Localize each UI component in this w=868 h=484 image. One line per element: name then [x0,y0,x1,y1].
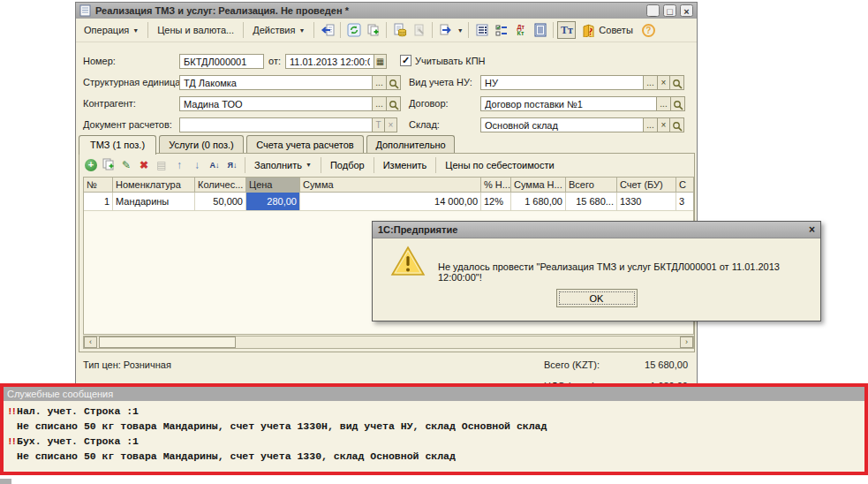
date-input[interactable] [285,54,374,69]
cell-price-selected[interactable]: 280,00 [246,193,300,211]
settings-list-icon[interactable] [492,21,510,39]
edit-row-icon[interactable]: ✎ [118,157,134,172]
counterparty-select-button[interactable]: ... [372,96,387,111]
window-titlebar[interactable]: Реализация ТМЗ и услуг: Реализация. Не п… [76,3,697,19]
nu-kind-clear-icon[interactable]: × [657,75,670,90]
warehouse-open-icon[interactable] [669,117,684,132]
sort-asc-icon[interactable]: А↓ [207,157,223,172]
delete-row-icon[interactable]: ✖ [136,157,152,172]
column-header-nomenclature[interactable]: Номенклатура [113,178,195,193]
cell-total[interactable]: 15 680... [566,193,617,211]
nu-kind-input[interactable] [480,75,644,90]
scrollbar-thumb[interactable] [99,337,236,348]
tab-additional[interactable]: Дополнительно [366,135,455,154]
warehouse-select-button[interactable]: ... [643,117,658,132]
column-header-account-bu[interactable]: Счет (БУ) [617,178,676,193]
column-header-price[interactable]: Цена [246,178,300,193]
journal-icon[interactable] [531,21,549,39]
column-header-quantity[interactable]: Количес... [195,178,246,193]
add-row-icon[interactable]: + [83,157,99,172]
cost-prices-button[interactable]: Цены по себестоимости [441,158,558,172]
counterparty-open-icon[interactable] [386,96,401,111]
dialog-message: Не удалось провести "Реализация ТМЗ и ус… [438,261,811,283]
maximize-icon[interactable]: □ [663,4,676,17]
cell-number[interactable]: 1 [84,193,113,211]
number-input[interactable] [179,54,264,69]
operation-menu-button[interactable]: Операция ▼ [79,22,144,38]
calendar-icon[interactable]: ▦ [374,54,387,69]
error-dialog: 1С:Предприятие × Не удалось провести "Ре… [372,221,821,321]
cell-account-bu[interactable]: 1330 [617,193,676,211]
tab-services[interactable]: Услуги (0 поз.) [159,135,244,154]
advice-button[interactable]: Советы [577,21,638,40]
help-icon[interactable]: ? [639,21,658,39]
structural-unit-open-icon[interactable] [386,75,401,90]
settlement-doc-clear-icon[interactable]: × [384,117,397,132]
message-line[interactable]: !! Бух. учет. Строка :1 [5,434,863,449]
sort-desc-icon[interactable]: Я↓ [224,157,240,172]
cell-nomenclature[interactable]: Мандарины [113,193,195,211]
cell-clipped[interactable]: 3 [676,193,694,211]
cell-vat-percent[interactable]: 12% [481,193,511,211]
move-down-icon[interactable]: ↓ [189,157,205,172]
cell-quantity[interactable]: 50,000 [195,193,246,211]
copy-document-icon[interactable] [364,21,382,39]
close-icon[interactable]: × [680,4,693,17]
write-document-icon[interactable] [318,21,336,39]
toolbar-separator [313,22,314,38]
copy-row-icon[interactable] [101,157,117,172]
message-line[interactable]: Не списано 50 кг товара Мандарины, счет … [5,449,863,464]
contract-input[interactable] [480,96,657,111]
navigate-icon[interactable] [436,21,455,39]
kpn-label: Учитывать КПН [415,56,486,66]
warehouse-clear-icon[interactable]: × [657,117,670,132]
selection-button[interactable]: Подбор [326,158,369,172]
actions-menu-button[interactable]: Действия ▼ [247,22,310,38]
chevron-down-icon: ▼ [132,27,139,34]
refresh-icon[interactable] [344,21,363,39]
structural-unit-input[interactable] [179,75,373,90]
counterparty-input[interactable] [179,96,373,111]
dialog-close-icon[interactable]: × [809,223,815,236]
column-header-sum[interactable]: Сумма [300,178,481,193]
settlement-doc-type-button[interactable]: Т [372,117,385,132]
format-toggle-icon[interactable]: Тт [557,21,576,39]
navigate-dropdown-icon[interactable]: ▼ [456,21,464,39]
tab-tmz[interactable]: ТМЗ (1 поз.) [79,135,156,155]
kpn-checkbox[interactable]: ✓ [400,55,411,66]
post-document-icon[interactable] [390,21,409,39]
column-header-number[interactable]: № [84,178,113,193]
date-label: от: [268,56,281,66]
contract-select-button[interactable]: ... [656,96,671,111]
dialog-titlebar[interactable]: 1С:Предприятие × [373,222,820,238]
ok-button[interactable]: OK [556,289,638,307]
scroll-left-icon[interactable]: ‹ [84,337,97,348]
structural-unit-select-button[interactable]: ... [372,75,387,90]
unpost-document-icon[interactable] [410,21,428,39]
nu-kind-open-icon[interactable] [669,75,684,90]
warehouse-input[interactable] [480,117,644,132]
move-up-icon[interactable]: ↑ [171,157,187,172]
toolbar-separator [432,22,433,38]
message-line[interactable]: !! Нал. учет. Строка :1 [5,404,863,419]
column-header-vat-percent[interactable]: % Н... [481,178,511,193]
nu-kind-select-button[interactable]: ... [643,75,658,90]
settlement-doc-input[interactable] [179,117,373,132]
tab-settlement-accounts[interactable]: Счета учета расчетов [246,135,364,154]
column-header-clipped[interactable]: С [676,178,694,193]
fill-menu-button[interactable]: Заполнить ▼ [250,158,316,172]
cell-vat-sum[interactable]: 1 680,00 [511,193,566,211]
scroll-right-icon[interactable]: › [680,337,693,348]
minimize-icon[interactable]: _ [646,4,660,17]
contract-open-icon[interactable] [670,96,685,111]
finish-edit-icon[interactable]: ▤ [154,157,170,172]
prices-currency-button[interactable]: Цены и валюта... [152,22,239,38]
dt-kt-icon[interactable]: Дт Кт [511,21,530,39]
subordination-structure-icon[interactable] [472,21,491,39]
column-header-total[interactable]: Всего [566,178,617,193]
message-line[interactable]: Не списано 50 кг товара Мандарины, счет … [5,419,863,434]
column-header-vat-sum[interactable]: Сумма Н... [511,178,566,193]
cell-sum[interactable]: 14 000,00 [300,193,481,211]
change-button[interactable]: Изменить [379,158,432,172]
horizontal-scrollbar[interactable]: ‹ › [83,336,694,349]
